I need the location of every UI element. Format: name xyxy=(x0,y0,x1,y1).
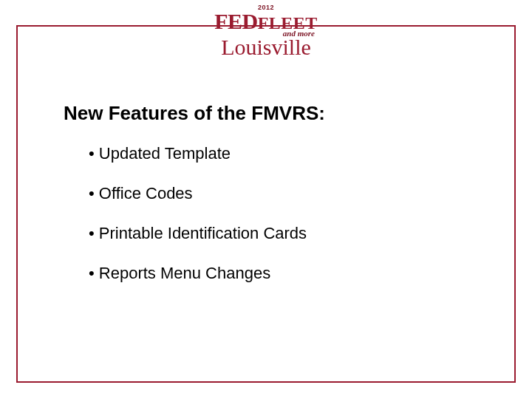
event-logo: 2012 FEDFLEET and more Louisville xyxy=(214,4,318,58)
logo-brand-fed: FED xyxy=(214,9,258,33)
list-item: Office Codes xyxy=(89,184,307,203)
slide-heading: New Features of the FMVRS: xyxy=(64,102,325,125)
list-item: Updated Template xyxy=(89,144,307,163)
bullet-list: Updated Template Office Codes Printable … xyxy=(89,144,307,304)
list-item: Printable Identification Cards xyxy=(89,224,307,243)
logo-city: Louisville xyxy=(214,36,318,58)
slide: 2012 FEDFLEET and more Louisville New Fe… xyxy=(0,0,532,399)
list-item: Reports Menu Changes xyxy=(89,264,307,283)
